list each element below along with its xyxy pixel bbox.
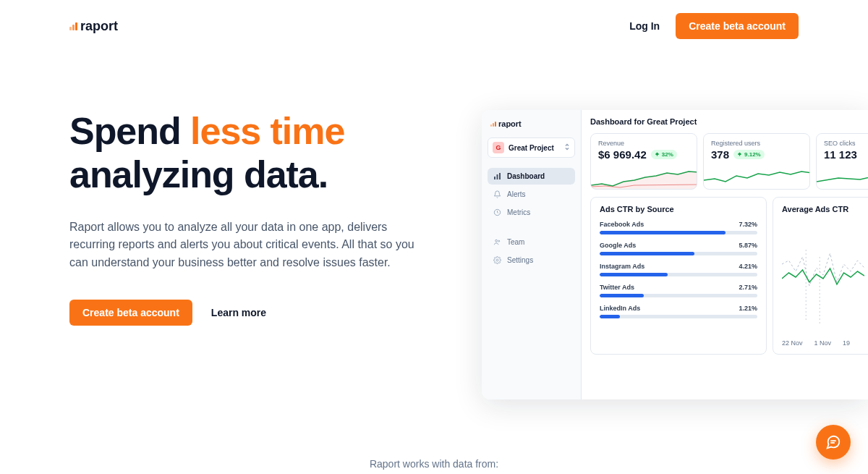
hero-section: Spend less time analyzing data. Raport a… — [0, 110, 868, 399]
nav-label: Settings — [507, 256, 533, 264]
kpi-label: SEO clicks — [824, 140, 866, 147]
avg-ctr-panel: Average Ads CTR 22 Nov 1 Nov 19 — [773, 197, 868, 355]
ctr-row: Instagram Ads4.21% — [600, 263, 757, 276]
ctr-row: Twitter Ads2.71% — [600, 284, 757, 297]
preview-main: Dashboard for Great Project Revenue $6 9… — [582, 110, 868, 399]
brand-name: raport — [80, 19, 118, 34]
progress-bar — [600, 252, 757, 255]
chat-icon — [825, 434, 841, 450]
kpi-label: Revenue — [598, 140, 689, 147]
metrics-icon — [493, 208, 501, 216]
chevron-updown-icon — [564, 143, 570, 153]
chart-dates: 22 Nov 1 Nov 19 — [782, 339, 864, 347]
arrow-up-icon — [655, 152, 660, 157]
progress-bar — [600, 315, 757, 318]
ctr-value: 2.71% — [739, 284, 757, 291]
nav-alerts[interactable]: Alerts — [488, 186, 575, 203]
svg-rect-0 — [494, 177, 495, 179]
ctr-value: 1.21% — [739, 305, 757, 312]
dashboard-title: Dashboard for Great Project — [590, 117, 868, 126]
nav-group-main: Dashboard Alerts Metrics Team Setti — [488, 168, 575, 268]
hero-title-tail: analyzing data. — [69, 153, 328, 195]
bars-icon — [69, 22, 77, 30]
progress-bar — [600, 273, 757, 276]
nav-dashboard[interactable]: Dashboard — [488, 168, 575, 185]
ctr-row: Google Ads5.87% — [600, 242, 757, 255]
app-preview: raport G Great Project Dashboard Alerts — [482, 110, 868, 399]
nav-label: Dashboard — [507, 172, 545, 180]
brand-logo[interactable]: raport — [69, 19, 118, 34]
learn-more-link[interactable]: Learn more — [211, 307, 266, 318]
kpi-seo[interactable]: SEO clicks 11 123 — [816, 133, 868, 190]
panels-row: Ads CTR by Source Facebook Ads7.32% Goog… — [590, 197, 868, 355]
kpi-label: Registered users — [711, 140, 802, 147]
avg-ctr-chart — [782, 221, 864, 337]
arrow-up-icon — [737, 152, 742, 157]
sparkline — [591, 167, 697, 189]
ctr-row: LinkedIn Ads1.21% — [600, 305, 757, 318]
sparkline — [817, 167, 868, 189]
kpi-value: $6 969.42 — [598, 148, 647, 161]
ctr-value: 4.21% — [739, 263, 757, 270]
panel-title: Average Ads CTR — [782, 205, 864, 213]
hero-title-lead: Spend — [69, 110, 190, 152]
hero-cta-button[interactable]: Create beta account — [69, 300, 192, 326]
hero-description: Raport allows you to analyze all your da… — [69, 219, 431, 272]
ctr-label: Google Ads — [600, 242, 636, 249]
svg-point-6 — [496, 259, 498, 261]
ctr-label: LinkedIn Ads — [600, 305, 640, 312]
ctr-value: 7.32% — [739, 221, 757, 228]
progress-bar — [600, 294, 757, 297]
create-account-button[interactable]: Create beta account — [676, 13, 799, 39]
kpi-delta: 32% — [651, 150, 677, 159]
svg-point-5 — [498, 240, 500, 242]
date-label: 22 Nov — [782, 339, 803, 347]
settings-icon — [493, 256, 501, 264]
nav-label: Team — [507, 238, 524, 246]
preview-sidebar: raport G Great Project Dashboard Alerts — [482, 110, 582, 399]
ctr-label: Instagram Ads — [600, 263, 644, 270]
progress-bar — [600, 231, 757, 234]
sparkline — [704, 167, 810, 189]
kpi-delta: 9.12% — [733, 150, 765, 159]
bell-icon — [493, 190, 501, 198]
ctr-row: Facebook Ads7.32% — [600, 221, 757, 234]
project-name: Great Project — [509, 144, 554, 152]
hero-copy: Spend less time analyzing data. Raport a… — [69, 110, 453, 399]
header-actions: Log In Create beta account — [629, 13, 799, 39]
date-label: 1 Nov — [814, 339, 832, 347]
works-with-text: Raport works with data from: — [370, 458, 498, 470]
svg-point-4 — [495, 240, 498, 242]
project-selector[interactable]: G Great Project — [488, 137, 575, 158]
login-link[interactable]: Log In — [629, 20, 660, 32]
preview-brand-name: raport — [498, 119, 522, 128]
svg-rect-2 — [499, 173, 501, 179]
kpi-value: 11 123 — [824, 148, 857, 161]
ctr-value: 5.87% — [739, 242, 757, 249]
hero-title: Spend less time analyzing data. — [69, 110, 453, 197]
preview-brand-logo: raport — [488, 117, 575, 130]
nav-label: Metrics — [507, 208, 530, 216]
project-avatar: G — [493, 142, 504, 153]
kpi-value: 378 — [711, 148, 729, 161]
kpi-revenue[interactable]: Revenue $6 969.42 32% — [590, 133, 697, 190]
nav-metrics[interactable]: Metrics — [488, 204, 575, 221]
hero-title-accent: less time — [190, 110, 344, 152]
ctr-label: Twitter Ads — [600, 284, 634, 291]
team-icon — [493, 238, 501, 246]
svg-rect-1 — [497, 174, 498, 179]
chat-fab[interactable] — [816, 425, 851, 460]
kpi-users[interactable]: Registered users 378 9.12% — [703, 133, 810, 190]
hero-actions: Create beta account Learn more — [69, 300, 453, 326]
nav-settings[interactable]: Settings — [488, 252, 575, 268]
kpi-row: Revenue $6 969.42 32% Registered users 3… — [590, 133, 868, 190]
panel-title: Ads CTR by Source — [600, 205, 757, 213]
bars-icon — [490, 122, 496, 127]
nav-label: Alerts — [507, 190, 526, 198]
dashboard-icon — [493, 172, 501, 180]
date-label: 19 — [843, 339, 850, 347]
site-header: raport Log In Create beta account — [0, 0, 868, 52]
ctr-panel: Ads CTR by Source Facebook Ads7.32% Goog… — [590, 197, 767, 355]
ctr-label: Facebook Ads — [600, 221, 644, 228]
nav-team[interactable]: Team — [488, 234, 575, 250]
